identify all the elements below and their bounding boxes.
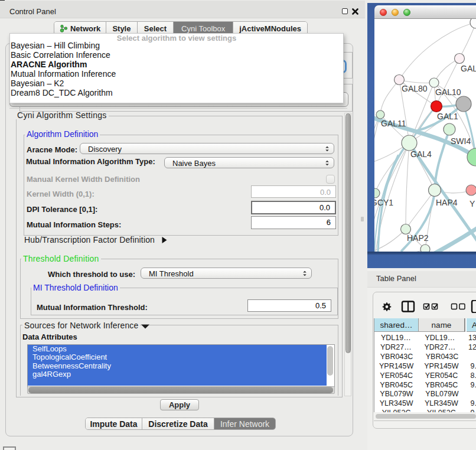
svg-text:GAL1: GAL1 — [437, 112, 458, 121]
svg-text:GAL80: GAL80 — [402, 84, 428, 93]
svg-text:GAL4: GAL4 — [410, 149, 432, 159]
svg-text:HAP4: HAP4 — [436, 198, 458, 207]
svg-text:Y: Y — [470, 199, 475, 208]
svg-text:GAL11: GAL11 — [381, 119, 406, 128]
svg-text:SWI4: SWI4 — [451, 136, 471, 146]
svg-text:GAL10: GAL10 — [435, 87, 461, 97]
svg-text:GAL2: GAL2 — [461, 64, 476, 73]
svg-text:GCY1: GCY1 — [374, 198, 393, 207]
svg-text:HAP2: HAP2 — [407, 233, 429, 243]
